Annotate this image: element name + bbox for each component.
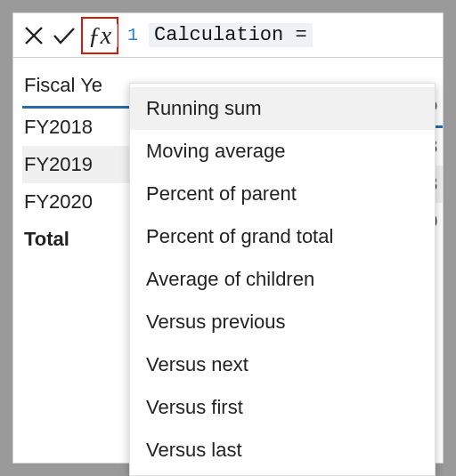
cancel-button[interactable]: [19, 19, 49, 52]
table-row[interactable]: FY2020: [22, 183, 129, 221]
check-icon: [53, 26, 76, 45]
dropdown-item-percent-of-grand-total[interactable]: Percent of grand total: [130, 215, 435, 258]
table-total-row[interactable]: Total: [22, 221, 129, 258]
dropdown-item-percent-of-parent[interactable]: Percent of parent: [130, 173, 435, 215]
dropdown-item-versus-last[interactable]: Versus last: [130, 429, 435, 472]
dropdown-item-versus-next[interactable]: Versus next: [130, 343, 435, 386]
dropdown-item-running-sum[interactable]: Running sum: [130, 87, 435, 130]
formula-bar: ƒx 1 Calculation =: [13, 13, 443, 58]
fx-icon: ƒx: [88, 21, 111, 50]
calculation-dropdown: Running sum Moving average Percent of pa…: [129, 83, 436, 476]
table-row[interactable]: FY2019: [22, 146, 129, 183]
fx-button[interactable]: ƒx: [81, 17, 118, 54]
column-header[interactable]: Fiscal Ye: [22, 65, 129, 109]
fiscal-year-column: Fiscal Ye FY2018 FY2019 FY2020 Total: [22, 65, 129, 258]
x-icon: [24, 26, 44, 45]
dropdown-item-moving-average[interactable]: Moving average: [130, 130, 435, 173]
table-row[interactable]: FY2018: [22, 109, 129, 146]
confirm-button[interactable]: [49, 19, 79, 52]
app-panel: ƒx 1 Calculation = Fiscal Ye FY2018 FY20…: [12, 12, 444, 464]
dropdown-item-versus-first[interactable]: Versus first: [130, 386, 435, 429]
divider: [117, 24, 118, 47]
dropdown-item-average-of-children[interactable]: Average of children: [130, 258, 435, 301]
dropdown-item-versus-previous[interactable]: Versus previous: [130, 301, 435, 343]
line-number: 1: [127, 25, 138, 45]
formula-input[interactable]: Calculation =: [149, 23, 313, 47]
